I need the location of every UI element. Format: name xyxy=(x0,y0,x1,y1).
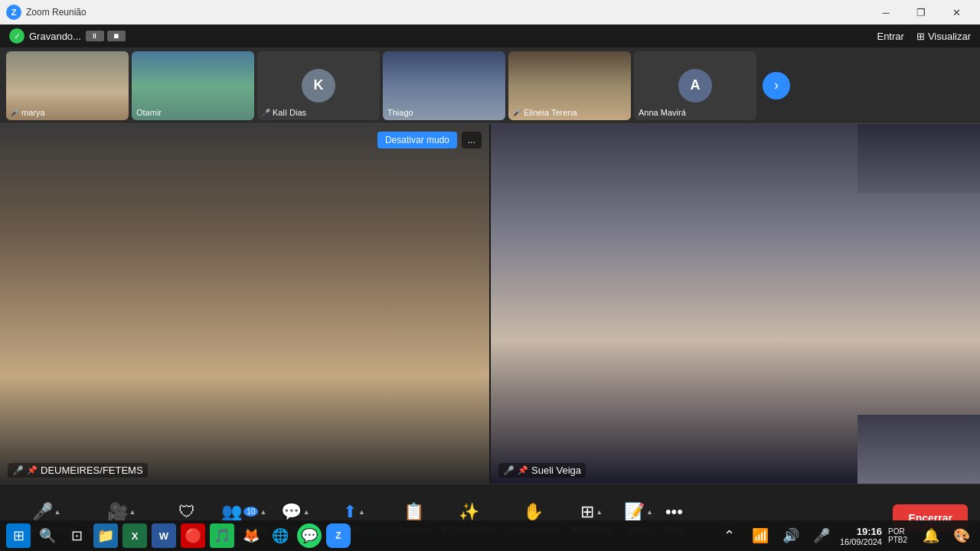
participant-label-right: 🎤 📌 Sueli Veiga xyxy=(498,463,586,478)
participant-name-left: DEUMEIRES/FETEMS xyxy=(41,465,143,476)
participant-thumb-marya[interactable]: 🎤 marya xyxy=(6,51,129,120)
pin-icon-right: 📌 xyxy=(518,465,528,475)
participant-thumb-elineia[interactable]: 🎤 Elineia Terena xyxy=(508,51,631,120)
top-bar: Gravando... ⏸ ⏹ Entrar ⊞ Visualizar xyxy=(0,24,980,47)
inset-video xyxy=(858,124,980,193)
apps-icon: ⊞ xyxy=(580,502,594,522)
raise-hand-icon: ✋ xyxy=(523,502,544,522)
taskbar-left: ⊞ 🔍 ⊡ 📁 X W 🔴 🎵 🦊 🌐 💬 Z xyxy=(6,523,351,548)
security-icon: 🛡 xyxy=(178,502,195,522)
taskbar-chrome-icon[interactable]: 🌐 xyxy=(268,523,292,548)
taskbar-excel-icon[interactable]: X xyxy=(122,523,147,548)
participants-strip: 🎤 marya Otamir K 🎤 Kalí Dias Thiago 🎤 El… xyxy=(0,47,980,124)
apps-caret[interactable]: ▲ xyxy=(596,508,603,516)
avatar-kali: K xyxy=(302,69,335,103)
video-caret[interactable]: ▲ xyxy=(129,508,136,516)
stop-recording-button[interactable]: ⏹ xyxy=(107,31,126,41)
participant-label-left: 🎤 📌 DEUMEIRES/FETEMS xyxy=(8,463,148,478)
participant-thumb-anna[interactable]: A Anna Mavirá xyxy=(634,51,756,120)
summary-icon: 📋 xyxy=(403,502,424,522)
title-bar: Z Zoom Reunião ─ ❐ ✕ xyxy=(0,0,980,24)
taskbar-taskview-icon[interactable]: ⊡ xyxy=(64,523,89,548)
participant-name-right: Sueli Veiga xyxy=(531,465,581,476)
close-button[interactable]: ✕ xyxy=(939,0,974,24)
participant-thumb-otamir[interactable]: Otamir xyxy=(132,51,254,120)
view-button[interactable]: ⊞ Visualizar xyxy=(916,31,971,42)
participants-caret[interactable]: ▲ xyxy=(260,508,266,516)
taskbar-whatsapp-icon[interactable]: 💬 xyxy=(297,523,322,548)
view-label: Visualizar xyxy=(928,31,971,42)
taskbar-zoom-icon[interactable]: Z xyxy=(326,523,351,548)
recording-label: Gravando... xyxy=(29,31,81,42)
share-caret[interactable]: ▲ xyxy=(358,508,365,516)
enter-label: Entrar xyxy=(877,31,903,42)
title-bar-left: Z Zoom Reunião xyxy=(6,5,87,20)
taskbar-language[interactable]: POR PTB2 xyxy=(888,523,913,548)
taskbar-firefox-icon[interactable]: 🦊 xyxy=(239,523,263,548)
participants-icon: 👥 xyxy=(221,502,242,522)
taskbar-chrome-red-icon[interactable]: 🔴 xyxy=(181,523,205,548)
pause-recording-button[interactable]: ⏸ xyxy=(86,31,104,41)
participant-thumb-thiago[interactable]: Thiago xyxy=(383,51,505,120)
recording-status-icon xyxy=(9,28,24,44)
zoom-logo-icon: Z xyxy=(6,5,21,20)
chat-icon: 💬 xyxy=(281,502,302,522)
taskbar-mic-taskbar-icon[interactable]: 🎤 xyxy=(809,523,834,548)
view-icon: ⊞ xyxy=(916,31,925,42)
restore-button[interactable]: ❐ xyxy=(903,0,939,24)
taskbar-notification-icon[interactable]: 🔔 xyxy=(919,523,943,548)
taskbar-start-button[interactable]: ⊞ xyxy=(6,523,31,548)
taskbar-clock[interactable]: 19:16 16/09/2024 xyxy=(840,526,882,546)
participant-name-marya: 🎤 marya xyxy=(11,108,45,117)
participants-badge: 10 xyxy=(243,507,258,517)
taskbar-word-icon[interactable]: W xyxy=(152,523,176,548)
participant-thumb-kali[interactable]: K 🎤 Kalí Dias xyxy=(257,51,380,120)
recording-controls: ⏸ ⏹ xyxy=(86,31,126,41)
recording-area: Gravando... ⏸ ⏹ xyxy=(9,28,126,44)
taskbar-system-tray[interactable]: ⌃ xyxy=(717,523,742,548)
video-icon: 🎥 xyxy=(107,502,128,522)
ai-companion-icon: ✨ xyxy=(459,502,479,522)
inset-video-2 xyxy=(858,415,980,484)
notes-caret[interactable]: ▲ xyxy=(646,508,653,516)
mute-caret[interactable]: ▲ xyxy=(54,508,61,516)
title-bar-controls: ─ ❐ ✕ xyxy=(868,0,974,24)
unmute-button[interactable]: Desativar mudo xyxy=(377,132,457,148)
mic-muted-icon-left: 🎤 xyxy=(12,465,24,476)
language-label: POR PTB2 xyxy=(888,527,913,544)
taskbar-right: ⌃ 📶 🔊 🎤 19:16 16/09/2024 POR PTB2 🔔 🎨 xyxy=(717,523,974,548)
taskbar-date-value: 16/09/2024 xyxy=(840,537,882,546)
mic-muted-icon-elineia: 🎤 xyxy=(513,109,521,116)
next-participant-button[interactable]: › xyxy=(763,72,790,99)
share-icon: ⬆ xyxy=(343,502,357,522)
top-bar-right: Entrar ⊞ Visualizar xyxy=(877,31,971,42)
mute-icon: 🎤 xyxy=(32,502,53,522)
taskbar-spotify-icon[interactable]: 🎵 xyxy=(210,523,234,548)
participant-name-elineia: 🎤 Elineia Terena xyxy=(513,108,577,117)
notes-icon: 📝 xyxy=(624,502,645,522)
more-options-button[interactable]: ... xyxy=(462,132,482,148)
mic-muted-icon-right: 🎤 xyxy=(503,465,514,476)
main-video-area: Desativar mudo ... 🎤 📌 DEUMEIRES/FETEMS … xyxy=(0,124,980,484)
enter-button[interactable]: Entrar xyxy=(877,31,903,42)
participant-name-kali: 🎤 Kalí Dias xyxy=(262,108,306,117)
video-action-bar-left: Desativar mudo ... xyxy=(377,132,482,148)
avatar-anna: A xyxy=(678,69,712,103)
taskbar: ⊞ 🔍 ⊡ 📁 X W 🔴 🎵 🦊 🌐 💬 Z ⌃ 📶 🔊 🎤 19:16 16… xyxy=(0,520,980,551)
more-icon: ••• xyxy=(665,502,683,522)
participant-name-otamir: Otamir xyxy=(136,108,162,117)
taskbar-audio-icon[interactable]: 🔊 xyxy=(779,523,803,548)
pin-icon-left: 📌 xyxy=(27,465,38,475)
taskbar-colorpicker-icon[interactable]: 🎨 xyxy=(949,523,974,548)
video-panel-left: Desativar mudo ... 🎤 📌 DEUMEIRES/FETEMS xyxy=(0,124,489,484)
mic-muted-icon-kali: 🎤 xyxy=(262,109,270,116)
chat-caret[interactable]: ▲ xyxy=(303,508,310,516)
taskbar-time-value: 19:16 xyxy=(840,526,882,537)
taskbar-search-icon[interactable]: 🔍 xyxy=(35,523,60,548)
app-title: Zoom Reunião xyxy=(26,7,87,18)
taskbar-explorer-icon[interactable]: 📁 xyxy=(93,523,118,548)
minimize-button[interactable]: ─ xyxy=(868,0,903,24)
participant-name-thiago: Thiago xyxy=(387,108,413,117)
taskbar-network-icon[interactable]: 📶 xyxy=(748,523,773,548)
video-panel-right: 🎤 📌 Sueli Veiga xyxy=(491,124,980,484)
